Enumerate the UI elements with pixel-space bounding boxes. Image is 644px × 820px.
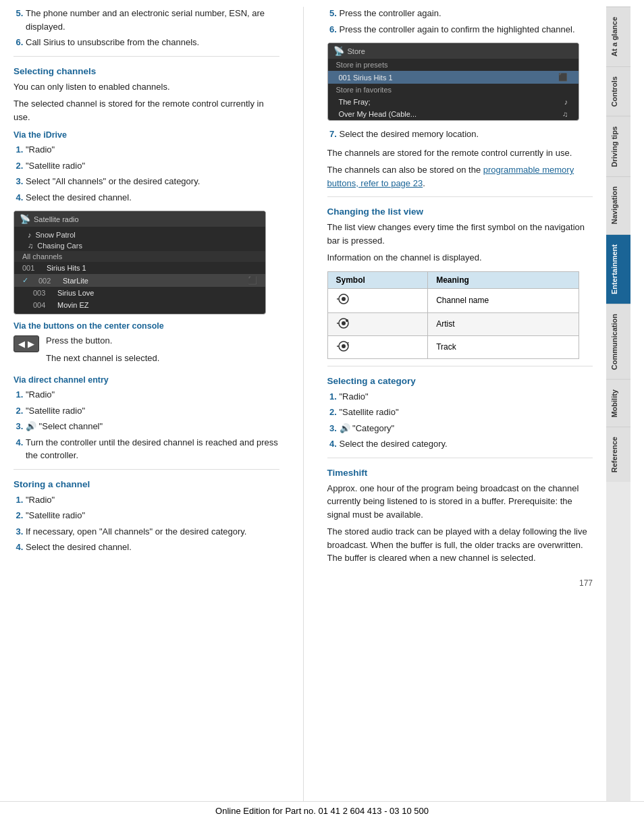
- channel-name-meaning: Channel name: [428, 288, 579, 312]
- timeshift-section: Timeshift Approx. one hour of the progra…: [327, 468, 593, 565]
- programmable-memory-link[interactable]: programmable memory buttons, refer to pa…: [327, 165, 574, 188]
- list-item: Turn the controller until the desired ch…: [26, 436, 279, 462]
- timeshift-para2: The stored audio track can be played wit…: [327, 525, 593, 565]
- selecting-channels-section: Selecting channels You can only listen t…: [14, 66, 279, 124]
- via-buttons-section: Via the buttons on the center console ◀ …: [14, 321, 279, 368]
- artist-row: ♪ Snow Patrol: [14, 229, 265, 240]
- changing-list-heading: Changing the list view: [327, 207, 593, 217]
- category-icon: 🔊: [340, 423, 350, 433]
- symbol-cell: [327, 335, 428, 358]
- selecting-category-heading: Selecting a category: [327, 376, 593, 386]
- sidebar-tab-at-a-glance[interactable]: At a glance: [606, 7, 630, 66]
- list-item: Call Sirius to unsubscribe from the chan…: [26, 36, 279, 49]
- sidebar-tab-controls[interactable]: Controls: [606, 66, 630, 116]
- artist-meaning: Artist: [428, 312, 579, 335]
- channel-row: 001 Sirius Hits 1: [14, 262, 265, 274]
- via-idrive-section: Via the iDrive "Radio" "Satellite radio"…: [14, 130, 279, 204]
- store-favorites-label: Store in favorites: [328, 84, 579, 96]
- list-item: Select "All channels" or the desired cat…: [26, 175, 279, 188]
- store-ui: 📡 Store Store in presets 001 Sirius Hits…: [327, 43, 580, 121]
- sidebar-tab-entertainment[interactable]: Entertainment: [606, 234, 630, 304]
- next-button-icon[interactable]: ▶: [28, 339, 34, 349]
- sidebar-tab-navigation[interactable]: Navigation: [606, 176, 630, 234]
- page-number: 177: [327, 576, 593, 591]
- list-item: "Satellite radio": [26, 509, 279, 522]
- press-button-text: Press the button.: [46, 334, 159, 348]
- list-item: "Satellite radio": [26, 404, 279, 418]
- channels-also-para: The channels can also be stored on the p…: [327, 163, 593, 190]
- selecting-channels-para2: The selected channel is stored for the r…: [14, 97, 279, 124]
- list-item: "Radio": [26, 388, 279, 402]
- sidebar-tab-driving-tips[interactable]: Driving tips: [606, 116, 630, 177]
- store-presets-label: Store in presets: [328, 59, 579, 71]
- list-item: "Satellite radio": [26, 159, 279, 173]
- list-item: If necessary, open "All channels" or the…: [26, 525, 279, 539]
- list-item: Select the desired channel.: [26, 191, 279, 204]
- list-item: "Radio": [340, 390, 593, 404]
- list-item: Select the desired channel.: [26, 541, 279, 554]
- channel-row: 003 Sirius Love: [14, 287, 265, 299]
- list-item: Press the controller again.: [340, 7, 593, 20]
- store-row-thefray: The Fray; ♪: [328, 96, 579, 108]
- svg-point-6: [346, 319, 348, 322]
- svg-point-4: [342, 321, 346, 325]
- artist-icon: [336, 322, 351, 331]
- channel-row-checked: ✓ 002 StarLite ⬛: [14, 274, 265, 287]
- satellite-radio-ui: 📡 Satellite radio ♪ Snow Patrol ♫ Chasin…: [14, 211, 266, 315]
- sidebar-tab-communication[interactable]: Communication: [606, 304, 630, 379]
- music-icon: ♪: [28, 231, 32, 239]
- via-buttons-heading: Via the buttons on the center console: [14, 321, 279, 331]
- satellite-icon: 📡: [20, 214, 30, 224]
- list-item: Press the controller again to confirm th…: [340, 23, 593, 36]
- channel-group-label: All channels: [14, 251, 265, 262]
- sidebar-tab-mobility[interactable]: Mobility: [606, 379, 630, 427]
- changing-list-para2: Information on the channel is displayed.: [327, 251, 593, 265]
- meaning-col-header: Meaning: [428, 271, 579, 288]
- symbol-col-header: Symbol: [327, 271, 428, 288]
- nav-buttons-box: ◀ ▶: [14, 335, 39, 352]
- sidebar: At a glance Controls Driving tips Naviga…: [606, 7, 630, 807]
- ui-box-title: 📡 Satellite radio: [14, 211, 265, 227]
- timeshift-para1: Approx. one hour of the program being br…: [327, 482, 593, 522]
- table-row: Track: [327, 335, 579, 358]
- store-title: 📡 Store: [328, 43, 579, 59]
- select-channel-icon: 🔊: [26, 421, 36, 431]
- storing-heading: Storing a channel: [14, 479, 279, 489]
- bookmark-icon: ⬛: [248, 276, 257, 285]
- selecting-category-section: Selecting a category "Radio" "Satellite …: [327, 376, 593, 451]
- list-item: 🔊 "Select channel": [26, 420, 279, 433]
- bookmark-icon: ⬛: [558, 73, 568, 82]
- selecting-channels-heading: Selecting channels: [14, 66, 279, 76]
- symbol-cell: [327, 288, 428, 312]
- music-icon: ♪: [564, 98, 568, 106]
- left-column: The phone number and an electronic seria…: [14, 7, 286, 807]
- via-direct-section: Via direct channel entry "Radio" "Satell…: [14, 375, 279, 462]
- music-icon: ♫: [562, 110, 568, 118]
- channel-name-icon: [336, 294, 351, 308]
- list-item: Select the desired category.: [340, 437, 593, 451]
- ui-box-body: ♪ Snow Patrol ♫ Chasing Cars All channel…: [14, 227, 265, 314]
- list-item: "Radio": [26, 493, 279, 507]
- changing-list-para1: The list view changes every time the fir…: [327, 221, 593, 247]
- artist-row: ♫ Chasing Cars: [14, 240, 265, 251]
- symbol-cell: [327, 312, 428, 335]
- list-item: 🔊 "Category": [340, 422, 593, 435]
- changing-list-section: Changing the list view The list view cha…: [327, 207, 593, 359]
- store-row-sirius: 001 Sirius Hits 1 ⬛: [328, 71, 579, 84]
- svg-point-1: [342, 297, 346, 301]
- sidebar-tab-reference[interactable]: Reference: [606, 427, 630, 482]
- music-icon: ♫: [28, 242, 33, 250]
- list-item: The phone number and an electronic seria…: [26, 7, 279, 33]
- via-idrive-heading: Via the iDrive: [14, 130, 279, 140]
- table-row: Artist: [327, 312, 579, 335]
- next-channel-text: The next channel is selected.: [46, 352, 159, 365]
- list-item: Select the desired memory location.: [340, 128, 593, 141]
- svg-point-8: [342, 344, 346, 348]
- via-direct-heading: Via direct channel entry: [14, 375, 279, 385]
- prev-button-icon[interactable]: ◀: [18, 339, 25, 349]
- track-meaning: Track: [428, 335, 579, 358]
- satellite-icon: 📡: [333, 46, 344, 56]
- column-divider: [303, 7, 304, 807]
- channel-row: 004 Movin EZ: [14, 299, 265, 311]
- symbol-table: Symbol Meaning: [327, 271, 580, 359]
